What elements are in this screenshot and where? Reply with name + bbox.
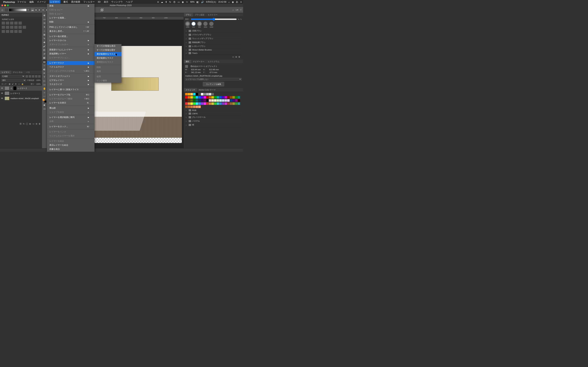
threshold-icon[interactable] [10, 30, 13, 33]
layer-name[interactable]: madison-nickel...WoGE-unsplash [10, 97, 39, 100]
menu-item[interactable]: レイヤーに基づく新規スライス [47, 88, 95, 92]
menu-item[interactable]: 削除▶ [47, 20, 95, 24]
levels-icon[interactable] [6, 22, 9, 25]
new-folder-icon[interactable]: ▭ [232, 56, 234, 58]
prop-w[interactable]: 818.44 mm [191, 68, 201, 71]
brush-folder[interactable]: ›ドライメディアブラシ [185, 33, 242, 37]
gradient-preview[interactable] [9, 8, 26, 11]
add-mask-icon[interactable]: ◯ [26, 123, 28, 125]
vibrance-icon[interactable] [18, 22, 22, 25]
mask-link-icon[interactable]: ⛓ [10, 87, 12, 89]
home-icon[interactable]: ⌂ [1, 8, 3, 12]
visibility-icon[interactable]: 👁 [1, 97, 3, 100]
eyedropper-tool[interactable]: ✎ [42, 37, 47, 40]
layer-thumb[interactable] [5, 96, 9, 100]
menu-item[interactable]: ラスタライズ▶ [47, 82, 95, 86]
brush-tool[interactable]: 🖌 [42, 44, 47, 48]
date-text[interactable]: 8月8日(土) [206, 0, 216, 3]
gradient-radial[interactable]: ◉ [35, 8, 38, 12]
new-group-icon[interactable]: ▭ [33, 123, 34, 125]
stamp-tool[interactable]: ⛋ [42, 48, 47, 52]
layer-thumb[interactable] [5, 92, 9, 95]
filter-text-icon[interactable] [32, 75, 34, 78]
menu-item[interactable]: 画像を統合 [47, 147, 95, 151]
menu-item[interactable]: 表示レイヤーを結合 [47, 143, 95, 147]
menu-item[interactable]: ベクトルマスク▶ [47, 65, 95, 69]
notification-icon[interactable]: ≡ [240, 1, 242, 3]
filter-adjust-icon[interactable] [29, 75, 31, 78]
layer-row[interactable]: 👁 ⛓ レイヤー 2 [0, 86, 42, 91]
tool-preset-icon[interactable] [5, 8, 8, 12]
brightness-icon[interactable] [2, 22, 5, 25]
menu-item[interactable]: 重ね順▶ [47, 106, 95, 110]
dodge-tool[interactable]: ◐ [42, 67, 47, 71]
visibility-icon[interactable]: 👁 [1, 92, 3, 95]
swatch[interactable] [198, 93, 201, 95]
layer-thumb[interactable] [5, 86, 9, 90]
selective-color-icon[interactable] [18, 30, 22, 33]
swatch[interactable] [204, 93, 206, 95]
curves-icon[interactable] [10, 22, 13, 25]
frame-tool[interactable]: ⊠ [42, 33, 47, 36]
brush-preset[interactable]: 3500 [203, 22, 208, 28]
lock-trans-icon[interactable]: ▦ [9, 83, 11, 85]
brush-folder[interactable]: ›特殊効果ブラシ [185, 41, 242, 44]
swatch[interactable] [185, 93, 188, 95]
brush-size-slider[interactable] [191, 18, 237, 21]
battery-text[interactable]: 68% [190, 1, 194, 3]
menu-item[interactable]: レイヤーを選択範囲に整列▶ [47, 115, 95, 119]
swatch-folder[interactable]: ›パステル [185, 119, 242, 123]
marquee-tool[interactable]: ▭ [42, 17, 47, 21]
cloud-icon[interactable]: ☁ [161, 1, 163, 3]
layer-row[interactable]: 👁 madison-nickel...WoGE-unsplash [0, 96, 42, 101]
menu-help[interactable]: ヘルプ [126, 0, 133, 3]
color-balance-icon[interactable] [6, 26, 9, 29]
gradient-dropdown-icon[interactable]: ▾ [28, 9, 29, 11]
tab-properties[interactable]: 属性 [184, 60, 191, 63]
fill-value[interactable]: 100% [36, 83, 41, 85]
lock-pos-icon[interactable]: ✥ [15, 83, 17, 85]
photo-filter-icon[interactable] [14, 26, 17, 29]
blend-mode-select[interactable]: 通常 [1, 79, 26, 82]
app-name[interactable]: Photoshop [3, 1, 15, 3]
new-fill-icon[interactable]: ◐ [29, 123, 31, 125]
posterize-icon[interactable] [6, 30, 9, 33]
submenu-item[interactable]: すべての領域を隠す [95, 48, 121, 52]
history-brush-tool[interactable]: ↺ [42, 52, 47, 56]
swatch[interactable] [206, 93, 209, 95]
minimize-button[interactable] [4, 5, 6, 6]
swatch-folder[interactable]: ›明 [185, 123, 242, 127]
layer-mask-thumb[interactable] [13, 86, 17, 90]
tab-navigator[interactable]: ナビゲーター [191, 60, 206, 63]
swatch[interactable] [201, 93, 203, 95]
screenmode-tool[interactable]: ▭ [42, 107, 47, 110]
prop-y[interactable]: -57.5 mm [209, 71, 217, 73]
wifi2-icon[interactable]: ᯾ [186, 1, 188, 3]
new-layer-icon[interactable]: ⊞ [36, 123, 37, 125]
transparency-icon[interactable] [101, 8, 104, 11]
brush-folder[interactable]: ›ウェットメディアブラシ [185, 37, 242, 41]
menu-item[interactable]: レイヤーを非表示⌘, [47, 101, 95, 105]
gradient-reflected[interactable]: ▥ [42, 8, 45, 12]
volume-icon[interactable]: 🔊 [201, 1, 204, 3]
zoom-tool[interactable]: ⌕ [42, 91, 47, 94]
tab-channels[interactable]: チャンネル [11, 70, 24, 74]
time-text[interactable]: 15:42:58 [218, 1, 226, 3]
layer-filter-kind[interactable]: Q 種類 [1, 75, 25, 78]
filter-shape-icon[interactable] [35, 75, 37, 78]
menu-item[interactable]: 書き出し形式...⇧⌥⌘' [47, 29, 95, 33]
display-icon[interactable]: ▭ [178, 1, 180, 3]
menu-window[interactable]: ウィンドウ [111, 0, 123, 3]
siri-icon[interactable]: ◉ [232, 1, 234, 3]
menu-3d[interactable]: 3D [98, 0, 101, 3]
swatch[interactable] [196, 93, 198, 95]
shape-tool[interactable]: ▭ [42, 83, 47, 86]
heal-tool[interactable]: ✚ [42, 41, 47, 44]
share-icon[interactable]: ⇪ [240, 9, 242, 11]
time-machine-icon[interactable]: ↻ [169, 1, 171, 3]
swatch-folder[interactable]: ›CMYK [185, 112, 242, 115]
brush-folder[interactable]: ›レガシーブラシ [185, 44, 242, 48]
fg-color[interactable] [42, 99, 45, 101]
brush-preset[interactable]: 2498 [209, 22, 214, 28]
menu-edit[interactable]: 編集 [29, 0, 34, 3]
